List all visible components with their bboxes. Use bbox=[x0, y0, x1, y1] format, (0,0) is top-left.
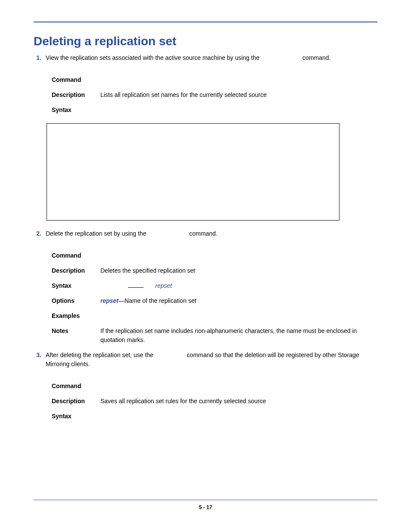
def-3-syntax: Syntax bbox=[52, 412, 377, 421]
def-2-syntax: Syntax repset bbox=[52, 281, 377, 290]
def-block-1: Command Description Lists all replicatio… bbox=[52, 75, 377, 115]
label-syntax: Syntax bbox=[52, 106, 93, 115]
def-2-syntax-italic: repset bbox=[155, 282, 172, 289]
def-3-description-value: Saves all replication set rules for the … bbox=[100, 397, 377, 406]
def-1-command: Command bbox=[52, 75, 377, 84]
def-2-command: Command bbox=[52, 251, 377, 260]
label-description-3: Description bbox=[52, 397, 93, 406]
def-2-notes: Notes If the replication set name includ… bbox=[52, 327, 377, 345]
def-2-options-italic: repset bbox=[100, 297, 118, 304]
def-2-examples: Examples bbox=[52, 311, 377, 320]
label-command: Command bbox=[52, 75, 93, 84]
top-rule bbox=[34, 22, 377, 22]
def-2-syntax-value: repset bbox=[100, 281, 377, 290]
step-2-num: 2. bbox=[34, 229, 41, 238]
step-1: 1. View the replication sets associated … bbox=[34, 53, 377, 62]
def-2-description-value: Deletes the specified replication set bbox=[100, 266, 377, 275]
def-3-description: Description Saves all replication set ru… bbox=[52, 397, 377, 406]
step-3-body: After deleting the replication set, use … bbox=[46, 351, 377, 369]
step-1-body: View the replication sets associated wit… bbox=[46, 53, 377, 62]
step-3: 3. After deleting the replication set, u… bbox=[34, 351, 377, 369]
label-syntax-3: Syntax bbox=[52, 412, 93, 421]
label-command-2: Command bbox=[52, 251, 93, 260]
label-description-2: Description bbox=[52, 266, 93, 275]
page-number: 5 - 17 bbox=[34, 504, 377, 510]
bottom-rule bbox=[34, 500, 377, 500]
label-options: Options bbox=[52, 296, 93, 305]
def-1-description: Description Lists all replication set na… bbox=[52, 90, 377, 100]
label-examples: Examples bbox=[52, 311, 93, 320]
footer: 5 - 17 bbox=[34, 500, 377, 510]
step-2-text-before: Delete the replication set by using the bbox=[46, 230, 146, 237]
def-1-description-value: Lists all replication set names for the … bbox=[100, 90, 377, 100]
label-notes: Notes bbox=[52, 327, 93, 345]
def-block-2: Command Description Deletes the specifie… bbox=[52, 251, 377, 345]
step-3-text-before: After deleting the replication set, use … bbox=[46, 352, 153, 358]
screenshot-placeholder bbox=[47, 123, 339, 221]
def-2-options-value: repset—Name of the replication set bbox=[100, 296, 377, 305]
def-2-options-rest: —Name of the replication set bbox=[118, 297, 196, 304]
step-2-text-after: command. bbox=[189, 230, 217, 237]
step-1-text-before: View the replication sets associated wit… bbox=[46, 54, 259, 61]
def-3-command: Command bbox=[52, 382, 377, 391]
label-description: Description bbox=[52, 90, 93, 100]
step-1-num: 1. bbox=[34, 53, 41, 62]
page-title: Deleting a replication set bbox=[34, 34, 377, 48]
label-command-3: Command bbox=[52, 382, 93, 391]
step-2-body: Delete the replication set by using the … bbox=[46, 229, 377, 238]
def-2-notes-value: If the replication set name includes non… bbox=[100, 327, 377, 345]
step-1-text-after: command. bbox=[302, 54, 330, 61]
def-block-3: Command Description Saves all replicatio… bbox=[52, 382, 377, 421]
def-2-description: Description Deletes the specified replic… bbox=[52, 266, 377, 275]
step-2: 2. Delete the replication set by using t… bbox=[34, 229, 377, 238]
def-2-options: Options repset—Name of the replication s… bbox=[52, 296, 377, 305]
label-syntax-2: Syntax bbox=[52, 281, 93, 290]
def-1-syntax: Syntax bbox=[52, 106, 377, 115]
step-3-num: 3. bbox=[34, 351, 41, 369]
